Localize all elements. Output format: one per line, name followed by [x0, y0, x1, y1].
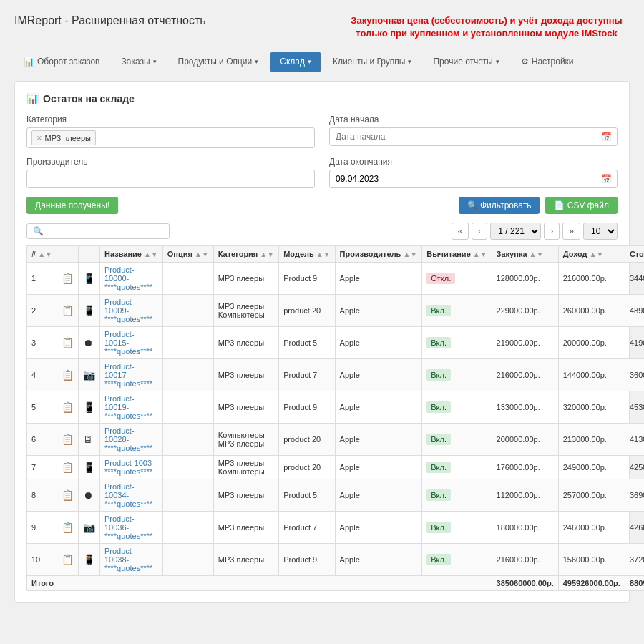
- col-purchase[interactable]: Закупка ▲▼: [492, 246, 558, 263]
- product-link[interactable]: Product-10028-****quotes****: [104, 426, 152, 452]
- nav-item-settings[interactable]: ⚙ Настройки: [512, 52, 583, 72]
- product-link[interactable]: Product-10019-****quotes****: [104, 394, 152, 420]
- sort-icon[interactable]: ▲▼: [260, 250, 274, 258]
- first-page-button[interactable]: «: [452, 223, 469, 240]
- product-link[interactable]: Product-10038-****quotes****: [104, 547, 152, 572]
- cell-model: Product 5: [279, 327, 335, 359]
- chart-bar-icon: 📊: [26, 93, 39, 104]
- tag-remove-icon[interactable]: ×: [36, 132, 42, 143]
- nav-item-orders[interactable]: Заказы ▾: [112, 52, 165, 72]
- cell-name[interactable]: Product-10034-****quotes****: [99, 479, 162, 512]
- cell-name[interactable]: Product-10009-****quotes****: [99, 295, 162, 327]
- product-link[interactable]: Product-10034-****quotes****: [104, 482, 152, 508]
- date-start-input[interactable]: [329, 127, 618, 146]
- cell-manufacturer: Apple: [335, 512, 422, 544]
- cell-cost: 369000.00р.: [625, 479, 644, 512]
- sort-icon[interactable]: ▲▼: [473, 250, 487, 258]
- cell-name[interactable]: Product-10028-****quotes****: [99, 424, 162, 456]
- main-card: 📊 Остаток на складе Категория × MP3 плее…: [14, 81, 630, 603]
- manufacturer-label: Производитель: [26, 157, 315, 167]
- nav-item-warehouse[interactable]: Склад ▾: [270, 52, 321, 72]
- table-search-box[interactable]: 🔍: [26, 223, 170, 239]
- cell-income: 249000.00р.: [558, 456, 625, 479]
- col-deduction[interactable]: Вычитание ▲▼: [422, 246, 492, 263]
- col-category[interactable]: Категория ▲▼: [213, 246, 278, 263]
- calendar-end-icon[interactable]: 📅: [601, 174, 612, 184]
- sort-icon[interactable]: ▲▼: [590, 250, 604, 258]
- manufacturer-input[interactable]: [26, 170, 315, 188]
- cell-cost: 426000.00р.: [625, 512, 644, 544]
- col-model[interactable]: Модель ▲▼: [279, 246, 335, 263]
- deduction-badge: Откл.: [426, 273, 455, 284]
- cell-name[interactable]: Product-10036-****quotes****: [99, 512, 162, 544]
- table-row: 7 📋 📱 Product-1003-****quotes**** MP3 пл…: [27, 456, 645, 479]
- cell-num: 6: [27, 424, 57, 456]
- product-link[interactable]: Product-10017-****quotes****: [104, 362, 152, 388]
- sort-icon[interactable]: ▲▼: [316, 250, 331, 258]
- deduction-badge: Вкл.: [426, 462, 451, 473]
- nav-item-orders-turnover[interactable]: 📊 Оборот заказов: [14, 52, 109, 72]
- sort-icon[interactable]: ▲▼: [403, 250, 417, 258]
- nav-item-clients[interactable]: Клиенты и Группы ▾: [323, 52, 421, 72]
- cell-cost: 425000.00р.: [625, 456, 644, 479]
- col-option[interactable]: Опция ▲▼: [162, 246, 213, 263]
- total-purchase: 385060000.00р.: [492, 576, 558, 591]
- card-title: 📊 Остаток на складе: [26, 93, 618, 104]
- date-end-input[interactable]: [329, 170, 618, 188]
- sort-icon[interactable]: ▲▼: [144, 250, 158, 258]
- table-search-input[interactable]: [48, 226, 163, 236]
- col-cost[interactable]: Стоимость ▲▼: [625, 246, 644, 263]
- cell-option: [162, 512, 213, 544]
- cell-income: 213000.00р.: [558, 424, 625, 456]
- cell-option: [162, 391, 213, 424]
- prev-page-button[interactable]: ‹: [472, 223, 487, 240]
- cell-manufacturer: Apple: [335, 359, 422, 391]
- col-name[interactable]: Название ▲▼: [99, 246, 162, 263]
- data-received-button[interactable]: Данные получены!: [26, 197, 118, 214]
- nav-item-other-reports[interactable]: Прочие отчеты ▾: [424, 52, 508, 72]
- cell-name[interactable]: Product-10000-****quotes****: [99, 263, 162, 295]
- nav-item-products[interactable]: Продукты и Опции ▾: [169, 52, 268, 72]
- cell-icon2: 📱: [78, 295, 99, 327]
- cell-icon2: ⏺: [78, 479, 99, 512]
- product-link[interactable]: Product-10000-****quotes****: [104, 265, 152, 291]
- category-input[interactable]: × MP3 плееры: [26, 127, 315, 148]
- product-link[interactable]: Product-10015-****quotes****: [104, 330, 152, 356]
- next-page-button[interactable]: ›: [544, 223, 560, 240]
- product-link[interactable]: Product-1003-****quotes****: [104, 459, 155, 476]
- product-link[interactable]: Product-10009-****quotes****: [104, 298, 152, 323]
- cell-icon2: 📱: [78, 391, 99, 424]
- cell-option: [162, 295, 213, 327]
- cell-name[interactable]: Product-10015-****quotes****: [99, 327, 162, 359]
- sort-icon[interactable]: ▲▼: [38, 250, 52, 258]
- per-page-select[interactable]: 10 25 50: [583, 223, 618, 240]
- cell-name[interactable]: Product-10038-****quotes****: [99, 544, 162, 576]
- last-page-button[interactable]: »: [562, 223, 580, 240]
- cell-cost: 419000.00р.: [625, 327, 644, 359]
- cell-icon2: 📱: [78, 544, 99, 576]
- cell-name[interactable]: Product-1003-****quotes****: [99, 456, 162, 479]
- cell-option: [162, 263, 213, 295]
- table-head: # ▲▼ Название ▲▼ Опция ▲▼ Категория ▲▼ М…: [27, 246, 645, 263]
- cell-name[interactable]: Product-10017-****quotes****: [99, 359, 162, 391]
- cell-purchase: 128000.00р.: [492, 263, 558, 295]
- cell-model: Product 5: [279, 479, 335, 512]
- csv-button[interactable]: 📄 CSV файл: [545, 197, 618, 214]
- page-select[interactable]: 1 / 221: [490, 223, 541, 240]
- filter-button[interactable]: 🔍 Фильтровать: [459, 197, 540, 214]
- table-row: 6 📋 🖥 Product-10028-****quotes**** Компь…: [27, 424, 645, 456]
- calendar-icon[interactable]: 📅: [601, 132, 612, 142]
- col-income[interactable]: Доход ▲▼: [558, 246, 625, 263]
- sort-icon[interactable]: ▲▼: [530, 250, 544, 258]
- sort-icon[interactable]: ▲▼: [195, 250, 209, 258]
- date-start-label: Дата начала: [329, 114, 618, 125]
- product-link[interactable]: Product-10036-****quotes****: [104, 514, 152, 540]
- cell-purchase: 216000.00р.: [492, 544, 558, 576]
- cell-num: 4: [27, 359, 57, 391]
- cell-model: Product 7: [279, 512, 335, 544]
- cell-name[interactable]: Product-10019-****quotes****: [99, 391, 162, 424]
- cell-purchase: 200000.00р.: [492, 424, 558, 456]
- cell-num: 9: [27, 512, 57, 544]
- col-manufacturer[interactable]: Производитель ▲▼: [335, 246, 422, 263]
- action-row: Данные получены! 🔍 Фильтровать 📄 CSV фай…: [26, 197, 618, 214]
